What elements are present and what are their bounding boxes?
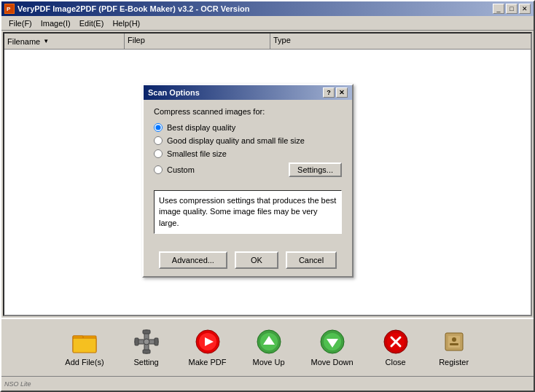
radio-best-input[interactable]	[154, 123, 163, 132]
radio-smallest-label: Smallest file size	[167, 149, 227, 158]
radio-best: Best display quality	[154, 123, 342, 132]
description-box: Uses compression settings that produces …	[154, 190, 342, 234]
advanced-button[interactable]: Advanced...	[159, 251, 227, 269]
radio-good: Good display quality and small file size	[154, 136, 342, 145]
app-window: P VeryPDF Image2PDF (PDF E-Book Maker) v…	[0, 0, 535, 392]
radio-custom-input[interactable]	[154, 165, 163, 174]
radio-good-input[interactable]	[154, 136, 163, 145]
description-text: Uses compression settings that produces …	[159, 196, 336, 227]
dialog-title-buttons: ? ✕	[323, 87, 348, 98]
dialog-title-bar: Scan Options ? ✕	[144, 85, 352, 100]
radio-smallest-input[interactable]	[154, 149, 163, 158]
scan-options-dialog: Scan Options ? ✕ Compress scanned images…	[142, 84, 354, 278]
modal-overlay: Scan Options ? ✕ Compress scanned images…	[0, 0, 535, 392]
settings-button[interactable]: Settings...	[289, 162, 342, 177]
dialog-title-text: Scan Options	[148, 88, 200, 97]
dialog-footer: Advanced... OK Cancel	[144, 248, 352, 276]
radio-smallest: Smallest file size	[154, 149, 342, 158]
radio-group: Best display quality Good display qualit…	[154, 123, 342, 183]
radio-best-label: Best display quality	[167, 123, 235, 132]
dialog-content: Compress scanned images for: Best displa…	[144, 100, 352, 248]
cancel-button[interactable]: Cancel	[286, 251, 337, 269]
dialog-close-button[interactable]: ✕	[336, 87, 348, 98]
ok-button[interactable]: OK	[235, 251, 278, 269]
radio-good-label: Good display quality and small file size	[167, 136, 305, 145]
dialog-help-button[interactable]: ?	[323, 87, 335, 98]
settings-row: Custom Settings...	[154, 162, 342, 177]
compress-label: Compress scanned images for:	[154, 107, 342, 116]
radio-custom-label: Custom	[167, 165, 195, 174]
